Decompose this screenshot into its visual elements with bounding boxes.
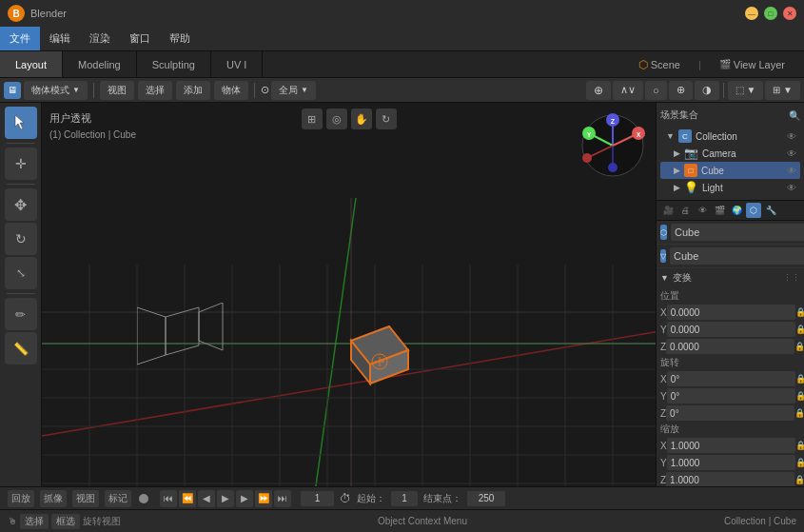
outliner-item-cube[interactable]: ▶ □ Cube 👁 bbox=[660, 162, 800, 179]
collection-visibility-icon[interactable]: 👁 bbox=[787, 131, 796, 142]
outliner-item-light[interactable]: ▶ 💡 Light 👁 bbox=[660, 179, 800, 196]
props-render-icon[interactable]: 🎥 bbox=[660, 203, 676, 218]
cursor-icon bbox=[11, 113, 30, 132]
rotate-tool[interactable]: ↻ bbox=[5, 223, 37, 255]
scale-tool[interactable]: ⤡ bbox=[5, 257, 37, 289]
props-output-icon[interactable]: 🖨 bbox=[677, 203, 693, 218]
location-y-lock-icon[interactable]: 🔒 bbox=[795, 322, 804, 337]
menu-help[interactable]: 帮助 bbox=[160, 27, 200, 50]
menu-file[interactable]: 文件 bbox=[0, 27, 40, 50]
props-view-icon[interactable]: 👁 bbox=[695, 203, 710, 218]
shading-selector[interactable]: ◑ bbox=[695, 81, 719, 100]
overlay-toggle[interactable]: ⬚ ▼ bbox=[728, 81, 764, 100]
transform-options-icon[interactable]: ⋮⋮ bbox=[783, 273, 800, 283]
maximize-button[interactable]: □ bbox=[764, 7, 777, 20]
location-y-label: Y bbox=[660, 325, 667, 335]
props-scene-icon[interactable]: 🎬 bbox=[712, 203, 727, 218]
workspace-tabs: Layout Modeling Sculpting UV I ⬡ Scene |… bbox=[0, 51, 804, 78]
scale-z-input[interactable] bbox=[666, 472, 794, 486]
select-status-btn[interactable]: 选择 bbox=[20, 514, 49, 529]
capture-mode-btn[interactable]: 抓像 bbox=[40, 490, 67, 507]
prev-keyframe-btn[interactable]: ⏪ bbox=[179, 490, 196, 507]
go-end-btn[interactable]: ⏭ bbox=[274, 490, 291, 507]
outliner-item-camera[interactable]: ▶ 📷 Camera 👁 bbox=[660, 145, 800, 162]
playback-mode-btn[interactable]: 回放 bbox=[8, 490, 34, 507]
next-frame-btn[interactable]: ▶ bbox=[236, 490, 253, 507]
select-menu[interactable]: 选择 bbox=[138, 81, 172, 100]
measure-tool[interactable]: 📏 bbox=[5, 332, 37, 365]
go-start-btn[interactable]: ⏮ bbox=[160, 490, 177, 507]
tab-layout[interactable]: Layout bbox=[0, 51, 63, 77]
play-btn[interactable]: ▶ bbox=[217, 490, 234, 507]
viewport-icon-camera[interactable]: ◎ bbox=[326, 108, 347, 129]
overlay-btn2[interactable]: ∧∨ bbox=[613, 81, 643, 100]
viewport-3d[interactable]: 用户透视 (1) Collection | Cube ⊞ ◎ ✋ ↻ Z X Y bbox=[42, 103, 656, 486]
light-visibility-icon[interactable]: 👁 bbox=[787, 183, 796, 193]
camera-object bbox=[137, 303, 232, 379]
scale-x-lock-icon[interactable]: 🔒 bbox=[795, 438, 804, 453]
tab-uv[interactable]: UV I bbox=[211, 51, 263, 77]
prev-frame-btn[interactable]: ◀ bbox=[198, 490, 215, 507]
frame-status-btn[interactable]: 框选 bbox=[51, 514, 80, 529]
end-frame-input[interactable] bbox=[467, 491, 505, 506]
outliner-item-collection[interactable]: ▼ C Collection 👁 bbox=[660, 128, 800, 145]
keyframe-dot[interactable] bbox=[139, 494, 148, 503]
current-frame-input[interactable] bbox=[301, 491, 334, 506]
outliner-search-icon[interactable]: 🔍 bbox=[789, 110, 800, 121]
rotation-z-input[interactable] bbox=[666, 405, 794, 421]
mark-mode-btn[interactable]: 标记 bbox=[105, 490, 131, 507]
close-button[interactable]: ✕ bbox=[783, 7, 796, 20]
start-frame-input[interactable] bbox=[391, 491, 418, 506]
location-x-lock-icon[interactable]: 🔒 bbox=[795, 305, 804, 320]
rotation-y-lock-icon[interactable]: 🔒 bbox=[795, 388, 804, 404]
scale-z-lock-icon[interactable]: 🔒 bbox=[794, 472, 804, 486]
props-object-icon[interactable]: ⬡ bbox=[746, 203, 761, 218]
minimize-button[interactable]: — bbox=[745, 7, 758, 20]
menu-edit[interactable]: 编辑 bbox=[40, 27, 80, 50]
object-menu[interactable]: 物体 bbox=[214, 81, 248, 100]
anim-view-btn[interactable]: 视图 bbox=[72, 490, 99, 507]
props-world-icon[interactable]: 🌍 bbox=[729, 203, 744, 218]
props-modifiers-icon[interactable]: 🔧 bbox=[763, 203, 778, 218]
viewport-icon-rotate[interactable]: ↻ bbox=[376, 108, 397, 129]
menu-window[interactable]: 窗口 bbox=[120, 27, 160, 50]
scale-x-input[interactable] bbox=[667, 438, 795, 453]
rotation-x-lock-icon[interactable]: 🔒 bbox=[795, 371, 804, 386]
overlay-btn3[interactable]: ○ bbox=[645, 81, 667, 100]
move-tool[interactable]: ✥ bbox=[5, 188, 37, 221]
scale-y-lock-icon[interactable]: 🔒 bbox=[795, 455, 804, 470]
gizmo-toggle[interactable]: ⊞ ▼ bbox=[765, 81, 800, 100]
rotation-y-input[interactable] bbox=[667, 388, 795, 404]
overlay-btn1[interactable]: ⊕ bbox=[586, 81, 611, 100]
editor-type-icon[interactable]: 🖥 bbox=[4, 82, 21, 99]
scale-y-input[interactable] bbox=[667, 455, 795, 470]
object-name-input[interactable] bbox=[671, 224, 804, 241]
tab-modeling[interactable]: Modeling bbox=[63, 51, 137, 77]
overlay-btn4[interactable]: ⊕ bbox=[669, 81, 693, 100]
view-menu[interactable]: 视图 bbox=[100, 81, 134, 100]
tab-sculpting[interactable]: Sculpting bbox=[137, 51, 211, 77]
location-z-input[interactable] bbox=[666, 339, 794, 354]
location-z-lock-icon[interactable]: 🔒 bbox=[794, 339, 804, 354]
transform-header[interactable]: ▼ 变换 ⋮⋮ bbox=[657, 268, 804, 287]
cube-visibility-icon[interactable]: 👁 bbox=[787, 166, 796, 176]
viewport-icon-pan[interactable]: ✋ bbox=[351, 108, 372, 129]
menu-render[interactable]: 渲染 bbox=[80, 27, 120, 50]
object-data-input[interactable] bbox=[670, 247, 804, 265]
location-x-input[interactable] bbox=[667, 305, 795, 320]
cursor-tool[interactable]: ✛ bbox=[5, 148, 37, 180]
location-y-input[interactable] bbox=[667, 322, 795, 337]
viewport-icon-grid[interactable]: ⊞ bbox=[302, 108, 323, 129]
rotation-z-lock-icon[interactable]: 🔒 bbox=[794, 405, 804, 421]
rotation-x-input[interactable] bbox=[667, 371, 795, 386]
navigation-gizmo[interactable]: Z X Y bbox=[579, 112, 646, 179]
mode-selector[interactable]: 物体模式 ▼ bbox=[24, 81, 88, 100]
select-tool[interactable] bbox=[5, 107, 37, 139]
pivot-selector[interactable]: 全局 ▼ bbox=[271, 81, 316, 100]
next-keyframe-btn[interactable]: ⏩ bbox=[255, 490, 272, 507]
renderlayer-selector[interactable]: 🎬 View Layer bbox=[708, 59, 796, 70]
add-menu[interactable]: 添加 bbox=[176, 81, 210, 100]
scene-selector[interactable]: ⬡ Scene bbox=[627, 58, 692, 71]
camera-visibility-icon[interactable]: 👁 bbox=[787, 148, 796, 159]
annotate-tool[interactable]: ✏ bbox=[5, 298, 37, 330]
